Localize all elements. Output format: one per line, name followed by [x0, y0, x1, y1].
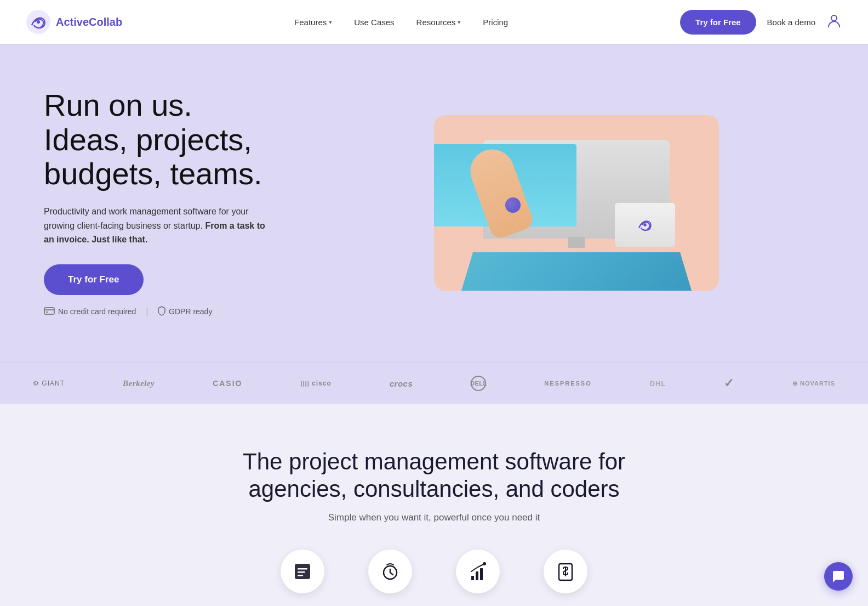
try-for-free-hero-button[interactable]: Try for Free: [44, 264, 144, 295]
svg-rect-10: [298, 575, 303, 576]
pm-section-subtitle: Simple when you want it, powerful once y…: [33, 512, 835, 523]
monitor-stand: [568, 237, 585, 248]
svg-rect-3: [44, 308, 54, 314]
svg-point-15: [483, 562, 486, 565]
client-logos-strip: ⚙ GIANT Berkeley CASIO |||| cisco crocs …: [0, 362, 868, 404]
try-for-free-nav-button[interactable]: Try for Free: [680, 10, 756, 35]
nav-use-cases[interactable]: Use Cases: [354, 18, 394, 27]
projects-icon: [281, 550, 324, 593]
svg-rect-12: [471, 576, 474, 580]
feature-invoicing: [544, 550, 587, 593]
logo-nespresso: NESPRESSO: [544, 380, 591, 387]
svg-point-6: [643, 223, 646, 226]
no-credit-card-badge: No credit card required: [44, 307, 136, 316]
svg-point-1: [37, 20, 40, 24]
nav-resources[interactable]: Resources ▾: [416, 18, 461, 27]
hero-badges: No credit card required | GDPR ready: [44, 306, 329, 318]
chat-icon: [831, 569, 846, 584]
time-icon: [368, 550, 412, 593]
activecollab-printer-logo: [634, 214, 656, 236]
chevron-down-icon: ▾: [329, 19, 332, 26]
logo-dell: DELL: [471, 376, 486, 391]
logo-link[interactable]: ActiveCollab: [26, 10, 122, 34]
logo-dhl: DHL: [650, 380, 666, 388]
ball-illustration: [505, 197, 521, 213]
logo-crocs: crocs: [390, 379, 413, 388]
logo-casio: CASIO: [213, 379, 242, 388]
nav-features[interactable]: Features ▾: [294, 18, 332, 27]
hero-image: [434, 115, 719, 291]
badge-separator: |: [146, 307, 148, 316]
pm-section-title: The project management software for agen…: [242, 448, 626, 503]
nav-pricing[interactable]: Pricing: [483, 18, 508, 27]
feature-reports: [456, 550, 500, 593]
reports-icon: [456, 550, 500, 593]
svg-rect-13: [476, 571, 478, 580]
no-credit-card-icon: [44, 307, 55, 316]
hero-illustration: [329, 115, 824, 291]
pm-section: The project management software for agen…: [0, 404, 868, 606]
logo-berkeley: Berkeley: [123, 379, 155, 388]
invoicing-icon: [544, 550, 587, 593]
hero-title: Run on us. Ideas, projects, budgets, tea…: [44, 88, 329, 191]
nav-links: Features ▾ Use Cases Resources ▾ Pricing: [294, 18, 508, 27]
svg-point-2: [831, 15, 837, 21]
svg-rect-9: [298, 571, 305, 573]
svg-rect-8: [298, 568, 307, 570]
feature-projects: [281, 550, 324, 593]
hero-section: Run on us. Ideas, projects, budgets, tea…: [0, 44, 868, 362]
printer-box: [615, 203, 675, 247]
svg-rect-14: [480, 568, 483, 580]
feature-time: [368, 550, 412, 593]
navbar: ActiveCollab Features ▾ Use Cases Resour…: [0, 0, 868, 44]
logo-icon: [26, 10, 50, 34]
logo-nike: ✓: [724, 376, 734, 390]
chevron-down-icon: ▾: [458, 19, 461, 26]
logo-novartis: ⊕ NOVARTIS: [792, 380, 835, 387]
hero-content: Run on us. Ideas, projects, budgets, tea…: [44, 88, 329, 318]
gdpr-icon: [158, 306, 165, 318]
user-account-icon[interactable]: [826, 13, 842, 31]
hero-subtitle: Productivity and work management softwar…: [44, 205, 274, 247]
brand-name: ActiveCollab: [56, 16, 122, 29]
gdpr-badge: GDPR ready: [158, 306, 212, 318]
logo-giant: ⚙ GIANT: [33, 380, 65, 387]
logo-cisco: |||| cisco: [300, 380, 331, 387]
chat-support-button[interactable]: [824, 562, 853, 591]
nav-actions: Try for Free Book a demo: [680, 10, 842, 35]
book-demo-button[interactable]: Book a demo: [767, 18, 815, 27]
feature-icons: [33, 550, 835, 593]
